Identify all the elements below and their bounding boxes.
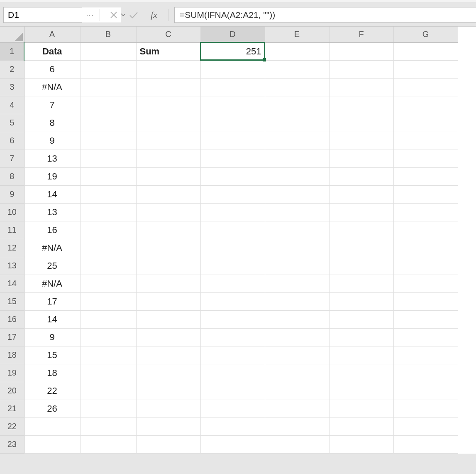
cell[interactable] [393, 203, 458, 221]
cell[interactable] [136, 418, 200, 435]
insert-function-button[interactable]: fx [146, 10, 162, 20]
row-header[interactable]: 2 [0, 60, 24, 78]
cell[interactable] [393, 382, 458, 400]
cell[interactable] [80, 382, 136, 400]
cell[interactable] [393, 400, 458, 418]
cell[interactable] [200, 203, 265, 221]
cell[interactable] [329, 418, 393, 435]
row-header[interactable]: 19 [0, 364, 24, 382]
cell[interactable] [265, 346, 329, 364]
cell[interactable] [329, 346, 393, 364]
cell[interactable] [265, 239, 329, 257]
cell[interactable] [329, 60, 393, 78]
cell[interactable] [329, 310, 393, 328]
row-header[interactable]: 7 [0, 150, 24, 167]
cell[interactable] [329, 328, 393, 346]
row-header[interactable]: 14 [0, 275, 24, 292]
cell[interactable] [80, 185, 136, 203]
cell[interactable] [393, 310, 458, 328]
cell[interactable] [265, 114, 329, 132]
cell[interactable] [393, 328, 458, 346]
cell[interactable] [265, 435, 329, 453]
cell[interactable]: 9 [24, 328, 80, 346]
cell[interactable] [136, 435, 200, 453]
cell[interactable] [200, 150, 265, 167]
spreadsheet-grid[interactable]: ABCDEFG1DataSum251263#N/A475869713819914… [0, 26, 476, 454]
cell[interactable] [136, 185, 200, 203]
cell[interactable] [329, 239, 393, 257]
row-header[interactable]: 20 [0, 382, 24, 400]
cell[interactable] [136, 96, 200, 114]
col-header-C[interactable]: C [136, 27, 200, 42]
cell[interactable] [329, 257, 393, 275]
cell[interactable] [200, 364, 265, 382]
cell[interactable] [200, 346, 265, 364]
cell[interactable] [393, 167, 458, 185]
cell[interactable]: 15 [24, 346, 80, 364]
cell[interactable] [136, 150, 200, 167]
cell[interactable] [265, 42, 329, 60]
cell[interactable] [200, 60, 265, 78]
cell[interactable]: 251 [200, 42, 265, 60]
cell[interactable] [393, 132, 458, 150]
row-header[interactable]: 10 [0, 203, 24, 221]
cell[interactable] [265, 78, 329, 96]
cell[interactable] [393, 78, 458, 96]
cell[interactable] [265, 310, 329, 328]
cell[interactable] [136, 275, 200, 292]
cell[interactable] [200, 418, 265, 435]
cell[interactable] [80, 239, 136, 257]
col-header-F[interactable]: F [329, 27, 393, 42]
cell[interactable] [393, 96, 458, 114]
cell[interactable] [393, 221, 458, 239]
cell[interactable] [329, 132, 393, 150]
cell[interactable] [329, 114, 393, 132]
cell[interactable] [393, 346, 458, 364]
cell[interactable] [393, 114, 458, 132]
cell[interactable] [393, 150, 458, 167]
cell[interactable] [265, 150, 329, 167]
cell[interactable] [136, 400, 200, 418]
cell[interactable] [80, 400, 136, 418]
row-header[interactable]: 3 [0, 78, 24, 96]
cell[interactable] [329, 364, 393, 382]
cell[interactable]: 9 [24, 132, 80, 150]
cell[interactable]: 8 [24, 114, 80, 132]
cell[interactable] [200, 257, 265, 275]
cell[interactable] [136, 167, 200, 185]
cell[interactable] [136, 382, 200, 400]
cell[interactable] [200, 96, 265, 114]
row-header[interactable]: 5 [0, 114, 24, 132]
row-header[interactable]: 15 [0, 292, 24, 310]
cell[interactable] [80, 310, 136, 328]
cell[interactable] [80, 132, 136, 150]
cell[interactable] [24, 418, 80, 435]
row-header[interactable]: 12 [0, 239, 24, 257]
cell[interactable] [200, 382, 265, 400]
cell[interactable] [265, 275, 329, 292]
cell[interactable] [136, 328, 200, 346]
row-header[interactable]: 23 [0, 435, 24, 453]
cell[interactable] [80, 60, 136, 78]
cell[interactable] [136, 132, 200, 150]
cell[interactable] [80, 203, 136, 221]
name-box[interactable] [3, 7, 82, 23]
cell[interactable] [265, 221, 329, 239]
cell[interactable]: Data [24, 42, 80, 60]
cell[interactable] [200, 132, 265, 150]
cell[interactable] [329, 150, 393, 167]
cell[interactable] [329, 400, 393, 418]
cell[interactable] [80, 328, 136, 346]
cell[interactable] [200, 292, 265, 310]
cell[interactable] [200, 310, 265, 328]
cancel-button[interactable] [106, 7, 122, 23]
cell[interactable] [200, 400, 265, 418]
cell[interactable]: #N/A [24, 78, 80, 96]
col-header-D[interactable]: D [200, 27, 265, 42]
cell[interactable]: 7 [24, 96, 80, 114]
cell[interactable] [393, 257, 458, 275]
cell[interactable]: #N/A [24, 275, 80, 292]
row-header[interactable]: 18 [0, 346, 24, 364]
cell[interactable]: 14 [24, 185, 80, 203]
cell[interactable] [393, 42, 458, 60]
